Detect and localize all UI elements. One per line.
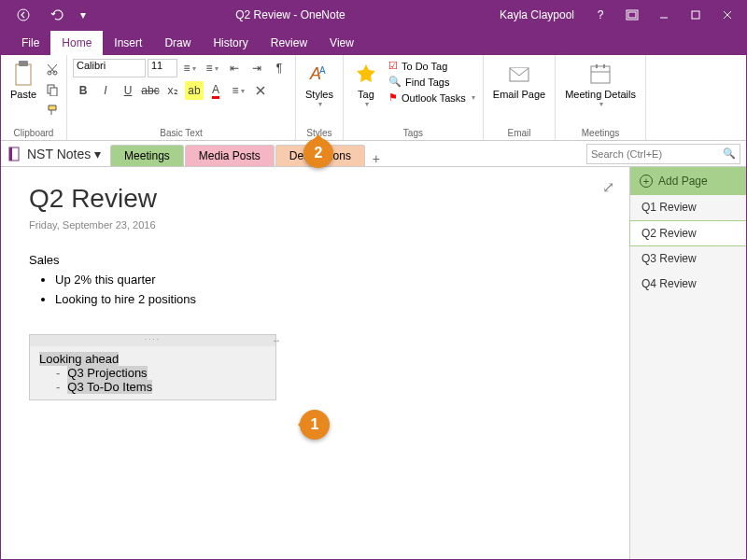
expand-icon[interactable]: ⤢ [602, 178, 614, 196]
add-section-button[interactable]: + [366, 151, 387, 166]
tag-button[interactable]: Tag▾ [349, 59, 383, 110]
help-icon[interactable]: ? [585, 2, 615, 28]
minimize-icon[interactable] [649, 2, 679, 28]
tab-draw[interactable]: Draw [153, 31, 202, 55]
bullets-icon[interactable]: ≡▾ [179, 59, 200, 77]
callout-2: 2 [303, 138, 333, 168]
group-clipboard: Paste Clipboard [1, 55, 67, 140]
svg-rect-19 [9, 147, 12, 161]
svg-rect-6 [19, 61, 28, 66]
meeting-details-button[interactable]: Meeting Details▾ [561, 59, 640, 110]
svg-rect-4 [692, 11, 699, 19]
bold-button[interactable]: B [73, 81, 93, 100]
ribbon: Paste Clipboard Calibri 11 ≡▾ ≡▾ ⇤ ⇥ ¶ B [1, 55, 746, 141]
email-page-button[interactable]: Email Page [489, 59, 549, 102]
page-item[interactable]: Q1 Review [630, 195, 746, 220]
close-icon[interactable] [712, 2, 742, 28]
font-size-select[interactable]: 11 [148, 59, 177, 77]
svg-rect-5 [16, 64, 31, 85]
group-meetings: Meeting Details▾ Meetings [556, 55, 646, 140]
page-canvas[interactable]: ⤢ Q2 Review Friday, September 23, 2016 S… [1, 167, 629, 560]
group-tags: Tag▾ ☑To Do Tag 🔍Find Tags ⚑Outlook Task… [344, 55, 484, 140]
paragraph-icon[interactable]: ¶ [269, 59, 289, 77]
tab-review[interactable]: Review [260, 31, 318, 55]
search-input[interactable] [591, 148, 723, 160]
qat-more-icon[interactable]: ▾ [76, 2, 91, 28]
notebook-title[interactable]: NST Notes ▾ [27, 147, 101, 161]
todo-tag-button[interactable]: ☑To Do Tag [387, 59, 477, 73]
tab-view[interactable]: View [318, 31, 365, 55]
cut-icon[interactable] [44, 61, 61, 77]
window-title: Q2 Review - OneNote [235, 8, 345, 21]
page-date: Friday, September 23, 2016 [29, 219, 601, 231]
group-basic-text: Calibri 11 ≡▾ ≡▾ ⇤ ⇥ ¶ B I U abc x₂ ab A… [67, 55, 296, 140]
tab-file[interactable]: File [10, 31, 50, 55]
numbering-icon[interactable]: ≡▾ [202, 59, 222, 77]
svg-text:A: A [319, 65, 326, 76]
svg-rect-10 [50, 88, 57, 96]
list-item[interactable]: Q3 To-Do Items [67, 380, 152, 394]
plus-icon: + [640, 175, 653, 188]
resize-handle-icon[interactable]: ↔ [272, 335, 281, 345]
page-title[interactable]: Q2 Review [29, 184, 601, 214]
strikethrough-button[interactable]: abc [140, 81, 161, 100]
outlook-tasks-button[interactable]: ⚑Outlook Tasks▾ [387, 91, 477, 105]
tab-history[interactable]: History [202, 31, 259, 55]
container-heading[interactable]: Looking ahead [39, 352, 119, 366]
group-label: Email [489, 126, 549, 138]
font-family-select[interactable]: Calibri [73, 59, 146, 77]
add-page-button[interactable]: + Add Page [630, 167, 746, 195]
list-item[interactable]: Q3 Projections [67, 366, 147, 380]
group-label: Meetings [561, 126, 640, 138]
italic-button[interactable]: I [95, 81, 116, 100]
group-label: Clipboard [7, 126, 61, 138]
notebook-icon [7, 146, 23, 162]
drag-handle-icon[interactable]: ···· [30, 335, 275, 346]
back-icon[interactable] [8, 2, 38, 28]
section-tab-meetings[interactable]: Meetings [110, 145, 184, 166]
title-bar: ▾ Q2 Review - OneNote Kayla Claypool ? [1, 1, 746, 29]
undo-icon[interactable] [42, 2, 72, 28]
outdent-icon[interactable]: ⇤ [224, 59, 245, 77]
page-item[interactable]: Q2 Review [629, 220, 746, 246]
copy-icon[interactable] [44, 81, 61, 98]
tab-insert[interactable]: Insert [103, 31, 153, 55]
underline-button[interactable]: U [118, 81, 138, 100]
search-icon[interactable]: 🔍 [723, 147, 736, 160]
section-tab-media-posts[interactable]: Media Posts [185, 145, 275, 166]
find-tags-button[interactable]: 🔍Find Tags [387, 75, 477, 89]
svg-point-0 [18, 9, 29, 21]
highlight-button[interactable]: ab [185, 81, 204, 100]
ribbon-tabs: File Home Insert Draw History Review Vie… [1, 29, 746, 55]
user-name[interactable]: Kayla Claypool [490, 8, 584, 21]
list-item[interactable]: Looking to hire 2 positions [55, 292, 601, 306]
note-container[interactable]: ↔ ···· Looking ahead -Q3 Projections -Q3… [29, 334, 276, 400]
tab-home[interactable]: Home [50, 31, 103, 55]
svg-rect-2 [628, 12, 636, 18]
clear-formatting-icon[interactable] [250, 81, 271, 100]
subscript-button[interactable]: x₂ [162, 81, 183, 100]
font-color-button[interactable]: A [205, 81, 226, 100]
format-painter-icon[interactable] [44, 102, 61, 119]
page-item[interactable]: Q4 Review [630, 272, 746, 297]
callout-1: 1 [300, 410, 330, 440]
styles-button[interactable]: AA Styles▾ [302, 59, 337, 110]
svg-rect-14 [591, 66, 610, 83]
notebook-bar: NST Notes ▾ Meetings Media Posts Destina… [1, 141, 746, 167]
group-label: Tags [349, 126, 477, 138]
search-box[interactable]: 🔍 [586, 144, 740, 164]
group-email: Email Page Email [484, 55, 556, 140]
list-item[interactable]: Up 2% this quarter [55, 273, 601, 287]
fullscreen-icon[interactable] [617, 2, 647, 28]
section-heading[interactable]: Sales [29, 253, 601, 267]
pages-panel: + Add Page Q1 Review Q2 Review Q3 Review… [629, 167, 746, 560]
maximize-icon[interactable] [681, 2, 711, 28]
indent-icon[interactable]: ⇥ [247, 59, 267, 77]
align-button[interactable]: ≡▾ [228, 81, 248, 100]
page-item[interactable]: Q3 Review [630, 246, 746, 272]
paste-button[interactable]: Paste [7, 59, 40, 100]
group-label: Basic Text [73, 126, 289, 138]
